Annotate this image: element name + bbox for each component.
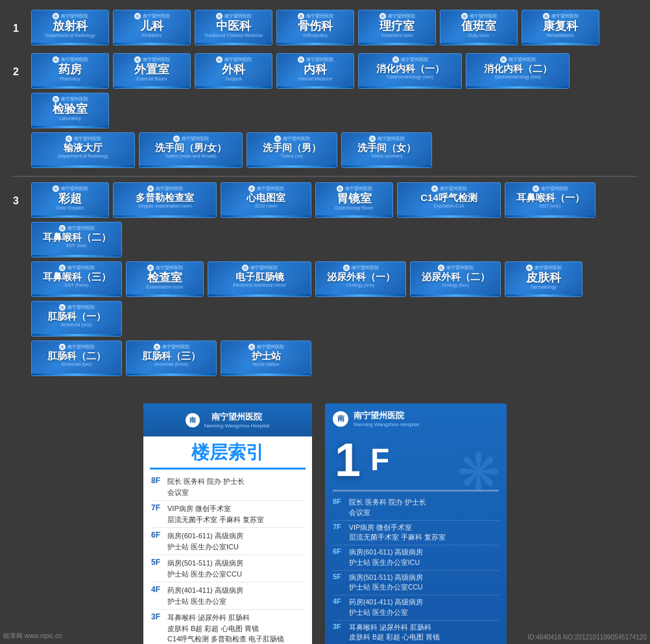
sign-sub-urology1: Urology (one)	[347, 283, 374, 288]
sign-main-urology1: 泌尿外科（一）	[327, 272, 395, 283]
sign-lab: 南南宁望州医院 检验室 Laboratory	[31, 93, 109, 128]
signs-section: 1 南南宁望州医院 放射科 Department of Radiology 南南…	[0, 0, 650, 390]
sign-main-radiology: 放射科	[53, 20, 88, 33]
floor-label-5f: 5F	[151, 558, 167, 567]
floor-label-6f: 6F	[151, 531, 167, 540]
sign-logo: 南	[369, 136, 376, 142]
sign-logo: 南	[53, 185, 59, 192]
floor-1f-depts-3f: 耳鼻喉科 泌尿外科 肛肠科皮肤科 B超 彩超 心电图 胃镜C14呼气检测 多普勒…	[349, 623, 465, 645]
sign-logo: 南	[500, 56, 507, 63]
row-group-2: 2 南南宁望州医院 药房 Pharmacy 南南宁望州医院 外置室 Extern…	[13, 53, 637, 168]
sign-ecg: 南南宁望州医院 心电图室 ECG room	[221, 182, 311, 218]
floor-depts-7f: VIP病房 微创手术室层流无菌手术室 手麻科 复苏室	[167, 503, 264, 525]
sign-sub-gastro2: Gastroenterology (tow)	[494, 75, 540, 80]
sign-radiology: 南南宁望州医院 放射科 Department of Radiology	[31, 10, 109, 45]
sign-sub-rehab: Rehabilitation	[547, 33, 574, 38]
sign-main-infusion: 输液大厅	[64, 143, 102, 154]
sign-logo: 南	[533, 185, 539, 192]
floor-1f-label-6f: 6F	[333, 547, 349, 555]
sign-main-treatment: 理疗室	[379, 20, 415, 33]
floor-depts-6f: 病房(601-611) 高级病房护士站 医生办公室ICU	[167, 531, 243, 552]
floor-number-display: 1 F ❋	[325, 431, 507, 490]
sign-main-pharmacy: 药房	[58, 64, 82, 77]
floor-1f-hospital: 南宁望州医院 Nanning Wangzhou Hospital	[354, 410, 419, 427]
floor-1f-depts-7f: VIP病房 微创手术室层流无菌手术室 手麻科 复苏室	[349, 523, 446, 543]
floor-1f-depts-6f: 病房(601-611) 高级病房护士站 医生办公室ICU	[349, 547, 423, 568]
sign-sub-ano3: Anorectal (three)	[154, 362, 188, 367]
floor-1f-label-7f: 7F	[333, 523, 349, 531]
floor-depts-5f: 病房(501-511) 高级病房护士站 医生办公室CCU	[167, 558, 243, 579]
floor-label-8f: 8F	[151, 476, 167, 485]
sign-sub-toilet-male: Toilets (ml)	[281, 154, 303, 159]
sign-anorectal2: 南南宁望州医院 肛肠科（二） Anorectal (two)	[31, 340, 122, 376]
sign-sub-internal: Internal Medicine	[298, 77, 332, 82]
floor-1f-depts-5f: 病房(501-511) 高级病房护士站 医生办公室CCU	[349, 573, 423, 593]
row-number-3: 3	[13, 182, 26, 207]
sign-toilet-male: 南南宁望州医院 洗手间（男） Toilets (ml)	[247, 132, 337, 168]
hospital-name-en: Nanning Wangzhou Hospital	[204, 423, 269, 429]
sign-main-ortho: 骨伤科	[298, 20, 333, 33]
sign-logo: 南	[154, 344, 160, 350]
sign-sub-infusion: Department of Radiology	[58, 154, 108, 159]
sign-sub-pharmacy: Pharmacy	[60, 77, 80, 82]
sign-ent3: 南南宁望州医院 耳鼻喉科（三） ENT (three)	[31, 261, 122, 297]
floor-1f-row-5f: 5F 病房(501-511) 高级病房护士站 医生办公室CCU	[333, 571, 499, 596]
sign-doppler-room: 南南宁望州医院 多普勒检查室 Doppler examination room	[113, 182, 217, 218]
floor-1f-depts-8f: 院长 医务科 院办 护士长会议室	[349, 497, 426, 518]
sign-logo: 南	[59, 225, 66, 232]
sign-sub-toilet-female: Toilets (women)	[370, 154, 402, 159]
sign-logo: 南	[134, 56, 141, 63]
watermark-right: ID:4840416 NO:20121011090545174120	[528, 634, 647, 641]
sign-sub-duty: Duty room	[468, 33, 489, 38]
sign-sub-treatment: Treatment room	[381, 33, 413, 38]
sign-main-ent1: 耳鼻喉科（一）	[516, 193, 584, 204]
sign-sub-urology2: Urology (two)	[442, 283, 469, 288]
sign-main-internal: 内科	[304, 64, 327, 77]
sign-exam-room: 南南宁望州医院 检查室 Examination room	[126, 261, 204, 297]
sign-logo: 南	[392, 56, 399, 63]
sign-main-gastroscopy: 胃镜室	[337, 193, 372, 206]
sign-logo: 南	[216, 56, 223, 63]
sign-c14: 南南宁望州医院 C14呼气检测 Expiration-C14	[397, 182, 501, 218]
floor-label-3f: 3F	[151, 612, 167, 621]
floor-1f-label-8f: 8F	[333, 497, 349, 505]
sign-main-toilet-female: 洗手间（女）	[357, 143, 416, 154]
sign-sub-toilet-both: Toilets (mails and female)	[165, 154, 216, 159]
floor-1f-number: 1	[335, 436, 361, 483]
sign-sub-ortho: Orthopedics	[303, 33, 328, 38]
sign-main-lab: 检验室	[53, 103, 88, 116]
signs-row-3a: 南南宁望州医院 彩超 Color Doppler 南南宁望州医院 多普勒检查室 …	[31, 182, 637, 257]
floor-index-content: 8F 院长 医务科 院办 护士长会议室 7F VIP病房 微创手术室层流无菌手术…	[143, 470, 312, 644]
sign-logo: 南	[274, 136, 281, 142]
sign-main-doppler: 彩超	[58, 193, 82, 206]
sign-urology1: 南南宁望州医院 泌尿外科（一） Urology (one)	[315, 261, 406, 297]
hospital-logo: 南	[186, 413, 200, 427]
sign-main-ecg: 心电图室	[247, 193, 285, 204]
floor-1f-label-5f: 5F	[333, 573, 349, 580]
sign-sub-pediatrics: Pediatrics	[142, 33, 162, 38]
row-number-1: 1	[13, 10, 26, 34]
section-divider	[13, 176, 637, 177]
sign-logo: 南	[379, 13, 386, 19]
floor-1f-f-letter: F	[370, 444, 389, 475]
sign-sub-ano2: Anorectal (two)	[61, 362, 91, 367]
sign-sub-ecg: ECG room	[255, 204, 276, 209]
floor-1f-content: 8F 院长 医务科 院办 护士长会议室 7F VIP病房 微创手术室层流无菌手术…	[325, 492, 507, 644]
sign-toilet-female: 南南宁望州医院 洗手间（女） Toilets (women)	[341, 132, 432, 168]
sign-sub-tcm: Traditional Chinese Medicine	[204, 33, 263, 38]
sign-sub-exam: Examination room	[147, 285, 183, 290]
floor-1f-depts-4f: 药房(401-411) 高级病房护士站 医生办公室	[349, 597, 423, 618]
row-number-2: 2	[13, 53, 26, 78]
floor-row-5f: 5F 病房(501-511) 高级病房护士站 医生办公室CCU	[151, 555, 304, 582]
sign-tcm: 南南宁望州医院 中医科 Traditional Chinese Medicine	[195, 10, 272, 45]
sign-dermatology: 南南宁望州医院 皮肤科 Dermatology	[505, 261, 583, 297]
sign-logo: 南	[59, 265, 66, 271]
sign-logo: 南	[543, 13, 549, 19]
sign-anorectal3: 南南宁望州医院 肛肠科（三） Anorectal (three)	[126, 340, 217, 376]
floor-1f-row-6f: 6F 病房(601-611) 高级病房护士站 医生办公室ICU	[333, 545, 499, 571]
sign-duty: 南南宁望州医院 值班室 Duty room	[440, 10, 518, 45]
floor-index-header: 南 南宁望州医院 Nanning Wangzhou Hospital	[143, 403, 312, 436]
sign-anorectal-mirror: 南南宁望州医院 电子肛肠镜 Electronic anorectal mirro…	[208, 261, 311, 297]
sign-treatment: 南南宁望州医院 理疗室 Treatment room	[358, 10, 436, 45]
sign-main-doppler-room: 多普勒检查室	[136, 193, 194, 204]
